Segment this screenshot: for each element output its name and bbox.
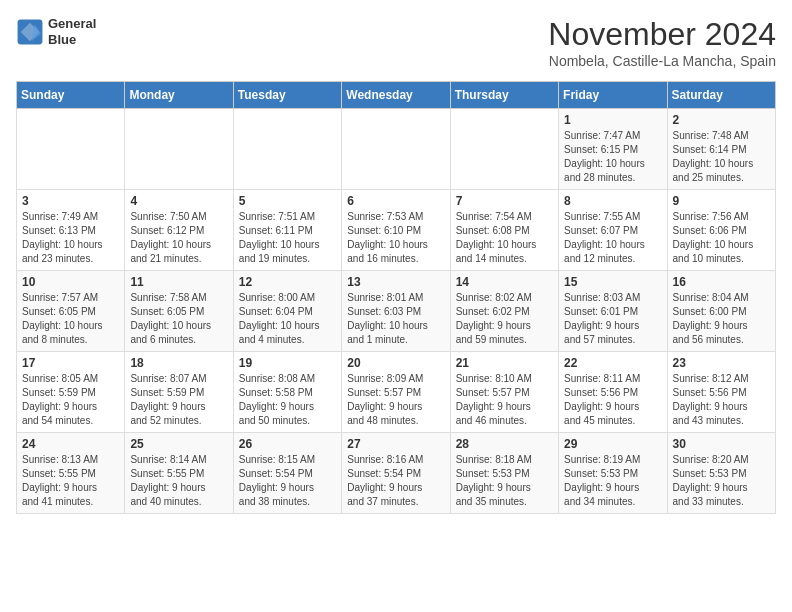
day-info: Sunrise: 7:56 AM Sunset: 6:06 PM Dayligh… [673, 210, 770, 266]
day-number: 21 [456, 356, 553, 370]
day-number: 18 [130, 356, 227, 370]
calendar-cell: 18Sunrise: 8:07 AM Sunset: 5:59 PM Dayli… [125, 352, 233, 433]
calendar-cell: 25Sunrise: 8:14 AM Sunset: 5:55 PM Dayli… [125, 433, 233, 514]
calendar-cell [233, 109, 341, 190]
day-info: Sunrise: 7:55 AM Sunset: 6:07 PM Dayligh… [564, 210, 661, 266]
calendar-cell [450, 109, 558, 190]
day-number: 17 [22, 356, 119, 370]
logo-line2: Blue [48, 32, 96, 48]
day-number: 9 [673, 194, 770, 208]
week-row-4: 17Sunrise: 8:05 AM Sunset: 5:59 PM Dayli… [17, 352, 776, 433]
day-info: Sunrise: 8:13 AM Sunset: 5:55 PM Dayligh… [22, 453, 119, 509]
day-number: 22 [564, 356, 661, 370]
day-number: 1 [564, 113, 661, 127]
weekday-header-monday: Monday [125, 82, 233, 109]
weekday-header-sunday: Sunday [17, 82, 125, 109]
logo-text: General Blue [48, 16, 96, 47]
day-info: Sunrise: 8:11 AM Sunset: 5:56 PM Dayligh… [564, 372, 661, 428]
calendar-cell: 20Sunrise: 8:09 AM Sunset: 5:57 PM Dayli… [342, 352, 450, 433]
calendar-cell: 9Sunrise: 7:56 AM Sunset: 6:06 PM Daylig… [667, 190, 775, 271]
calendar-cell: 15Sunrise: 8:03 AM Sunset: 6:01 PM Dayli… [559, 271, 667, 352]
weekday-header-row: SundayMondayTuesdayWednesdayThursdayFrid… [17, 82, 776, 109]
day-number: 2 [673, 113, 770, 127]
calendar-cell [342, 109, 450, 190]
day-info: Sunrise: 8:12 AM Sunset: 5:56 PM Dayligh… [673, 372, 770, 428]
day-info: Sunrise: 7:50 AM Sunset: 6:12 PM Dayligh… [130, 210, 227, 266]
day-info: Sunrise: 7:51 AM Sunset: 6:11 PM Dayligh… [239, 210, 336, 266]
calendar-cell: 27Sunrise: 8:16 AM Sunset: 5:54 PM Dayli… [342, 433, 450, 514]
day-number: 29 [564, 437, 661, 451]
day-number: 11 [130, 275, 227, 289]
calendar-cell: 19Sunrise: 8:08 AM Sunset: 5:58 PM Dayli… [233, 352, 341, 433]
day-info: Sunrise: 8:05 AM Sunset: 5:59 PM Dayligh… [22, 372, 119, 428]
page-header: General Blue November 2024 Nombela, Cast… [16, 16, 776, 69]
day-info: Sunrise: 8:10 AM Sunset: 5:57 PM Dayligh… [456, 372, 553, 428]
calendar-cell: 22Sunrise: 8:11 AM Sunset: 5:56 PM Dayli… [559, 352, 667, 433]
logo-line1: General [48, 16, 96, 32]
day-number: 8 [564, 194, 661, 208]
day-number: 6 [347, 194, 444, 208]
day-info: Sunrise: 8:20 AM Sunset: 5:53 PM Dayligh… [673, 453, 770, 509]
week-row-5: 24Sunrise: 8:13 AM Sunset: 5:55 PM Dayli… [17, 433, 776, 514]
day-info: Sunrise: 8:02 AM Sunset: 6:02 PM Dayligh… [456, 291, 553, 347]
day-info: Sunrise: 8:19 AM Sunset: 5:53 PM Dayligh… [564, 453, 661, 509]
day-number: 25 [130, 437, 227, 451]
calendar-cell: 26Sunrise: 8:15 AM Sunset: 5:54 PM Dayli… [233, 433, 341, 514]
week-row-1: 1Sunrise: 7:47 AM Sunset: 6:15 PM Daylig… [17, 109, 776, 190]
day-info: Sunrise: 7:57 AM Sunset: 6:05 PM Dayligh… [22, 291, 119, 347]
day-info: Sunrise: 7:54 AM Sunset: 6:08 PM Dayligh… [456, 210, 553, 266]
logo-icon [16, 18, 44, 46]
day-number: 3 [22, 194, 119, 208]
week-row-2: 3Sunrise: 7:49 AM Sunset: 6:13 PM Daylig… [17, 190, 776, 271]
calendar-cell: 29Sunrise: 8:19 AM Sunset: 5:53 PM Dayli… [559, 433, 667, 514]
calendar-cell: 8Sunrise: 7:55 AM Sunset: 6:07 PM Daylig… [559, 190, 667, 271]
calendar-cell: 6Sunrise: 7:53 AM Sunset: 6:10 PM Daylig… [342, 190, 450, 271]
calendar-cell: 1Sunrise: 7:47 AM Sunset: 6:15 PM Daylig… [559, 109, 667, 190]
day-info: Sunrise: 8:01 AM Sunset: 6:03 PM Dayligh… [347, 291, 444, 347]
day-number: 15 [564, 275, 661, 289]
calendar-cell: 28Sunrise: 8:18 AM Sunset: 5:53 PM Dayli… [450, 433, 558, 514]
day-info: Sunrise: 8:09 AM Sunset: 5:57 PM Dayligh… [347, 372, 444, 428]
day-number: 23 [673, 356, 770, 370]
calendar-cell: 21Sunrise: 8:10 AM Sunset: 5:57 PM Dayli… [450, 352, 558, 433]
day-info: Sunrise: 8:04 AM Sunset: 6:00 PM Dayligh… [673, 291, 770, 347]
calendar-cell: 24Sunrise: 8:13 AM Sunset: 5:55 PM Dayli… [17, 433, 125, 514]
day-info: Sunrise: 8:16 AM Sunset: 5:54 PM Dayligh… [347, 453, 444, 509]
title-block: November 2024 Nombela, Castille-La Manch… [548, 16, 776, 69]
month-title: November 2024 [548, 16, 776, 53]
day-info: Sunrise: 8:18 AM Sunset: 5:53 PM Dayligh… [456, 453, 553, 509]
day-number: 5 [239, 194, 336, 208]
day-info: Sunrise: 7:58 AM Sunset: 6:05 PM Dayligh… [130, 291, 227, 347]
day-info: Sunrise: 8:07 AM Sunset: 5:59 PM Dayligh… [130, 372, 227, 428]
calendar-cell: 7Sunrise: 7:54 AM Sunset: 6:08 PM Daylig… [450, 190, 558, 271]
day-number: 24 [22, 437, 119, 451]
day-number: 27 [347, 437, 444, 451]
calendar-cell: 12Sunrise: 8:00 AM Sunset: 6:04 PM Dayli… [233, 271, 341, 352]
day-info: Sunrise: 8:03 AM Sunset: 6:01 PM Dayligh… [564, 291, 661, 347]
location: Nombela, Castille-La Mancha, Spain [548, 53, 776, 69]
day-info: Sunrise: 8:14 AM Sunset: 5:55 PM Dayligh… [130, 453, 227, 509]
calendar-cell: 11Sunrise: 7:58 AM Sunset: 6:05 PM Dayli… [125, 271, 233, 352]
day-number: 4 [130, 194, 227, 208]
day-info: Sunrise: 7:49 AM Sunset: 6:13 PM Dayligh… [22, 210, 119, 266]
day-info: Sunrise: 8:15 AM Sunset: 5:54 PM Dayligh… [239, 453, 336, 509]
calendar-cell: 23Sunrise: 8:12 AM Sunset: 5:56 PM Dayli… [667, 352, 775, 433]
calendar-cell: 17Sunrise: 8:05 AM Sunset: 5:59 PM Dayli… [17, 352, 125, 433]
day-number: 7 [456, 194, 553, 208]
calendar-cell: 10Sunrise: 7:57 AM Sunset: 6:05 PM Dayli… [17, 271, 125, 352]
calendar-cell: 14Sunrise: 8:02 AM Sunset: 6:02 PM Dayli… [450, 271, 558, 352]
day-info: Sunrise: 7:47 AM Sunset: 6:15 PM Dayligh… [564, 129, 661, 185]
weekday-header-thursday: Thursday [450, 82, 558, 109]
day-number: 30 [673, 437, 770, 451]
calendar-cell: 16Sunrise: 8:04 AM Sunset: 6:00 PM Dayli… [667, 271, 775, 352]
day-info: Sunrise: 8:08 AM Sunset: 5:58 PM Dayligh… [239, 372, 336, 428]
day-number: 13 [347, 275, 444, 289]
weekday-header-wednesday: Wednesday [342, 82, 450, 109]
day-info: Sunrise: 7:53 AM Sunset: 6:10 PM Dayligh… [347, 210, 444, 266]
calendar-cell: 13Sunrise: 8:01 AM Sunset: 6:03 PM Dayli… [342, 271, 450, 352]
day-number: 28 [456, 437, 553, 451]
day-number: 26 [239, 437, 336, 451]
day-info: Sunrise: 8:00 AM Sunset: 6:04 PM Dayligh… [239, 291, 336, 347]
calendar-cell: 30Sunrise: 8:20 AM Sunset: 5:53 PM Dayli… [667, 433, 775, 514]
day-info: Sunrise: 7:48 AM Sunset: 6:14 PM Dayligh… [673, 129, 770, 185]
